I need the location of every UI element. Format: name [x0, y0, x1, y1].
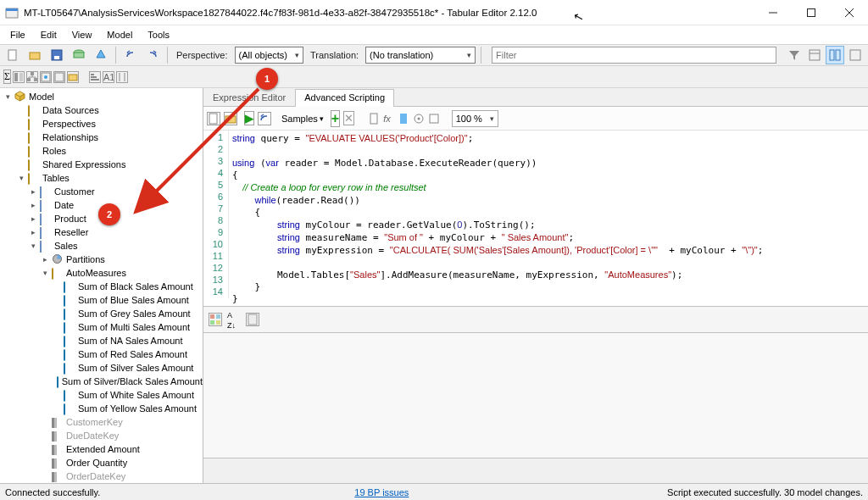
- model-tree[interactable]: ▾Model Data SourcesPerspectivesRelations…: [0, 88, 203, 483]
- maximize-button[interactable]: [792, 0, 830, 25]
- info-icon-button[interactable]: [53, 71, 65, 83]
- expander-icon[interactable]: ▾: [29, 242, 38, 251]
- tree-node[interactable]: ▸Partitions: [0, 253, 203, 266]
- alphabetize-button[interactable]: AZ↓: [227, 309, 236, 330]
- tree-node[interactable]: Sum of Yellow Sales Amount: [0, 402, 203, 415]
- tree-label: Product: [54, 212, 86, 225]
- filter-toggle-button[interactable]: [785, 46, 804, 64]
- close-button[interactable]: [830, 0, 868, 25]
- expander-icon[interactable]: ▸: [41, 255, 50, 264]
- tree-node[interactable]: ▾Tables: [0, 171, 203, 185]
- expander-icon: [41, 445, 50, 454]
- deploy-button[interactable]: [92, 46, 110, 64]
- tree-node[interactable]: Order Quantity: [0, 456, 203, 469]
- tree-node[interactable]: Sum of Red Sales Amount: [0, 347, 203, 361]
- tree-node[interactable]: Sum of Silver Sales Amount: [0, 361, 203, 375]
- table-icon: [40, 226, 52, 238]
- tree-node[interactable]: Shared Expressions: [0, 158, 203, 171]
- tab-expression-editor[interactable]: Expression Editor: [203, 89, 295, 107]
- function-button[interactable]: fx: [383, 114, 391, 124]
- new-script-button[interactable]: [207, 112, 220, 125]
- delete-button[interactable]: ✕: [343, 111, 354, 125]
- connect-button[interactable]: [70, 46, 88, 64]
- tree-label: Relationships: [42, 131, 98, 144]
- tree-node[interactable]: Sum of NA Sales Amount: [0, 334, 203, 347]
- sort-desc-button[interactable]: [116, 71, 128, 83]
- menu-edit[interactable]: Edit: [34, 28, 64, 42]
- svg-rect-30: [91, 79, 99, 81]
- tree-node[interactable]: ▸Reseller: [0, 225, 203, 239]
- view-list-button[interactable]: [826, 46, 844, 64]
- order-icon-button[interactable]: [40, 71, 52, 83]
- tree-node[interactable]: Sum of White Sales Amount: [0, 388, 203, 402]
- translation-dropdown[interactable]: (No translation): [365, 47, 476, 64]
- tree-node[interactable]: Sum of Silver/Black Sales Amount: [0, 375, 203, 388]
- tree-node[interactable]: CustomerKey: [0, 415, 203, 429]
- tree-node[interactable]: Extended Amount: [0, 442, 203, 456]
- tree-node[interactable]: ▾Sales: [0, 239, 203, 253]
- open-script-button[interactable]: [224, 112, 237, 125]
- tab-advanced-scripting[interactable]: Advanced Scripting: [295, 89, 394, 107]
- expander-icon: [41, 458, 50, 468]
- tree-node[interactable]: Sum of Grey Sales Amount: [0, 307, 203, 320]
- property-grid[interactable]: [203, 333, 868, 458]
- tree-node[interactable]: Sum of Multi Sales Amount: [0, 320, 203, 334]
- add-button[interactable]: +: [331, 110, 340, 127]
- target-button[interactable]: [413, 113, 425, 125]
- samples-dropdown[interactable]: Samples ▾: [281, 114, 324, 124]
- menu-tools[interactable]: Tools: [141, 28, 176, 42]
- tree-node[interactable]: Roles: [0, 144, 203, 158]
- categorize-button[interactable]: [209, 313, 222, 326]
- tree-label: Order Quantity: [66, 456, 127, 469]
- tree-node[interactable]: Sum of Blue Sales Amount: [0, 293, 203, 307]
- expander-icon[interactable]: ▸: [29, 228, 38, 237]
- undo-script-button[interactable]: [258, 112, 271, 125]
- tree-node[interactable]: Sum of Black Sales Amount: [0, 280, 203, 293]
- tree-node[interactable]: Relationships: [0, 131, 203, 144]
- svg-rect-19: [31, 72, 34, 75]
- run-script-button[interactable]: ▶: [244, 111, 254, 125]
- expander-icon[interactable]: ▸: [29, 187, 38, 197]
- minimize-button[interactable]: [754, 0, 792, 25]
- tree-node[interactable]: Data Sources: [0, 103, 203, 117]
- filter-input[interactable]: [492, 47, 776, 64]
- save-button[interactable]: [47, 46, 66, 64]
- hierarchy-icon-button[interactable]: [26, 71, 38, 83]
- tree-node[interactable]: DueDateKey: [0, 429, 203, 442]
- sort-type-button[interactable]: A1: [103, 71, 114, 83]
- perspective-dropdown[interactable]: (All objects): [235, 47, 303, 64]
- menu-model[interactable]: Model: [100, 28, 139, 42]
- zoom-dropdown[interactable]: 100 %: [452, 110, 498, 127]
- expander-icon[interactable]: ▾: [3, 92, 13, 102]
- folder-icon-button[interactable]: [67, 71, 79, 83]
- property-page-button[interactable]: [246, 313, 259, 326]
- expander-icon[interactable]: ▸: [29, 201, 38, 210]
- expander-icon[interactable]: ▾: [17, 174, 26, 183]
- tree-node[interactable]: ▾AutoMeasures: [0, 266, 203, 280]
- column-icon: [52, 443, 64, 455]
- tree-node[interactable]: Perspectives: [0, 117, 203, 131]
- view-tree-button[interactable]: [805, 46, 824, 64]
- tree-node[interactable]: OrderDateKey: [0, 469, 203, 483]
- new-file-button[interactable]: [3, 46, 22, 64]
- reference-button[interactable]: [368, 113, 380, 125]
- expander-icon[interactable]: ▾: [41, 269, 50, 278]
- sum-icon-button[interactable]: Σ: [3, 69, 11, 84]
- bookmark-button[interactable]: [398, 113, 409, 125]
- menu-file[interactable]: File: [3, 28, 32, 42]
- cube-icon: [14, 91, 26, 103]
- tree-root[interactable]: Model: [29, 90, 54, 103]
- expander-icon[interactable]: ▸: [29, 214, 38, 224]
- redo-button[interactable]: [143, 46, 162, 64]
- code-editor[interactable]: 1234567891011121314 string query = "EVAL…: [203, 131, 868, 306]
- tree-node[interactable]: ▸Customer: [0, 185, 203, 198]
- open-folder-button[interactable]: [25, 46, 44, 64]
- status-bp-link[interactable]: 19 BP issues: [354, 487, 409, 497]
- undo-button[interactable]: [121, 46, 140, 64]
- expand-button[interactable]: [428, 113, 440, 125]
- view-panel-button[interactable]: [846, 46, 865, 64]
- svg-rect-11: [74, 53, 84, 58]
- sort-asc-button[interactable]: [89, 71, 101, 83]
- column-icon-button[interactable]: [13, 71, 25, 83]
- menu-view[interactable]: View: [65, 28, 99, 42]
